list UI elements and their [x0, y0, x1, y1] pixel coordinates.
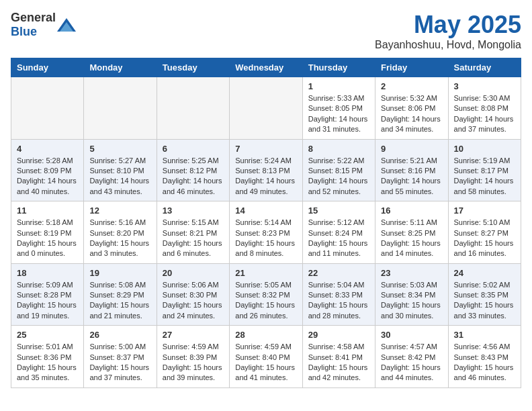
calendar-cell: 11Sunrise: 5:18 AMSunset: 8:19 PMDayligh…: [11, 201, 84, 264]
day-header-wednesday: Wednesday: [230, 58, 302, 77]
week-row-4: 18Sunrise: 5:09 AMSunset: 8:28 PMDayligh…: [11, 263, 521, 326]
calendar-cell: 9Sunrise: 5:21 AMSunset: 8:16 PMDaylight…: [375, 139, 448, 201]
calendar-cell: 28Sunrise: 4:59 AMSunset: 8:40 PMDayligh…: [230, 326, 302, 388]
cell-content: Sunrise: 5:08 AMSunset: 8:29 PMDaylight:…: [89, 280, 150, 322]
calendar-cell: [11, 77, 84, 140]
day-number: 29: [308, 330, 369, 340]
day-header-sunday: Sunday: [11, 58, 84, 77]
cell-content: Sunrise: 4:58 AMSunset: 8:41 PMDaylight:…: [308, 342, 369, 383]
calendar-cell: 25Sunrise: 5:01 AMSunset: 8:36 PMDayligh…: [11, 326, 84, 388]
logo-blue-text: Blue: [11, 25, 37, 38]
day-number: 25: [17, 330, 78, 340]
cell-content: Sunrise: 5:25 AMSunset: 8:12 PMDaylight:…: [163, 156, 224, 197]
calendar-cell: 23Sunrise: 5:03 AMSunset: 8:34 PMDayligh…: [375, 263, 448, 326]
calendar-cell: 7Sunrise: 5:24 AMSunset: 8:13 PMDaylight…: [230, 139, 302, 201]
day-number: 17: [454, 205, 515, 216]
cell-content: Sunrise: 5:02 AMSunset: 8:35 PMDaylight:…: [454, 280, 515, 322]
cell-content: Sunrise: 5:04 AMSunset: 8:33 PMDaylight:…: [308, 280, 369, 322]
day-number: 15: [308, 205, 369, 216]
cell-content: Sunrise: 5:03 AMSunset: 8:34 PMDaylight:…: [381, 280, 442, 322]
cell-content: Sunrise: 5:33 AMSunset: 8:05 PMDaylight:…: [308, 93, 369, 135]
day-number: 1: [308, 81, 369, 91]
day-number: 14: [235, 205, 296, 216]
cell-content: Sunrise: 5:30 AMSunset: 8:08 PMDaylight:…: [454, 93, 515, 135]
calendar-cell: 21Sunrise: 5:05 AMSunset: 8:32 PMDayligh…: [230, 263, 302, 326]
calendar-cell: [157, 77, 229, 140]
calendar-cell: 30Sunrise: 4:57 AMSunset: 8:42 PMDayligh…: [375, 326, 448, 388]
day-header-tuesday: Tuesday: [157, 58, 229, 77]
cell-content: Sunrise: 5:09 AMSunset: 8:28 PMDaylight:…: [17, 280, 78, 322]
cell-content: Sunrise: 5:28 AMSunset: 8:09 PMDaylight:…: [17, 156, 78, 197]
calendar-cell: 10Sunrise: 5:19 AMSunset: 8:17 PMDayligh…: [448, 139, 521, 201]
day-number: 6: [163, 144, 224, 154]
cell-content: Sunrise: 5:14 AMSunset: 8:23 PMDaylight:…: [235, 218, 296, 259]
logo: General Blue: [11, 11, 76, 39]
cell-content: Sunrise: 5:24 AMSunset: 8:13 PMDaylight:…: [235, 156, 296, 197]
day-number: 28: [235, 330, 296, 340]
cell-content: Sunrise: 4:59 AMSunset: 8:39 PMDaylight:…: [163, 342, 224, 383]
day-header-thursday: Thursday: [302, 58, 375, 77]
day-number: 26: [89, 330, 150, 340]
calendar-cell: [84, 77, 157, 140]
day-number: 10: [454, 144, 515, 154]
day-number: 8: [308, 144, 369, 154]
cell-content: Sunrise: 5:05 AMSunset: 8:32 PMDaylight:…: [235, 280, 296, 322]
calendar-cell: 31Sunrise: 4:56 AMSunset: 8:43 PMDayligh…: [448, 326, 521, 388]
calendar-cell: 18Sunrise: 5:09 AMSunset: 8:28 PMDayligh…: [11, 263, 84, 326]
week-row-2: 4Sunrise: 5:28 AMSunset: 8:09 PMDaylight…: [11, 139, 521, 201]
cell-content: Sunrise: 5:12 AMSunset: 8:24 PMDaylight:…: [308, 218, 369, 259]
cell-content: Sunrise: 5:11 AMSunset: 8:25 PMDaylight:…: [381, 218, 442, 259]
calendar-cell: 16Sunrise: 5:11 AMSunset: 8:25 PMDayligh…: [375, 201, 448, 264]
calendar-cell: 27Sunrise: 4:59 AMSunset: 8:39 PMDayligh…: [157, 326, 229, 388]
day-number: 20: [163, 268, 224, 278]
calendar-cell: 5Sunrise: 5:27 AMSunset: 8:10 PMDaylight…: [84, 139, 157, 201]
day-number: 12: [89, 205, 150, 216]
week-row-5: 25Sunrise: 5:01 AMSunset: 8:36 PMDayligh…: [11, 326, 521, 388]
calendar-cell: 22Sunrise: 5:04 AMSunset: 8:33 PMDayligh…: [302, 263, 375, 326]
cell-content: Sunrise: 5:10 AMSunset: 8:27 PMDaylight:…: [454, 218, 515, 259]
day-number: 13: [163, 205, 224, 216]
week-row-1: 1Sunrise: 5:33 AMSunset: 8:05 PMDaylight…: [11, 77, 521, 140]
day-number: 16: [381, 205, 442, 216]
day-number: 30: [381, 330, 442, 340]
day-number: 9: [381, 144, 442, 154]
day-number: 31: [454, 330, 515, 340]
calendar-cell: 14Sunrise: 5:14 AMSunset: 8:23 PMDayligh…: [230, 201, 302, 264]
calendar-cell: 29Sunrise: 4:58 AMSunset: 8:41 PMDayligh…: [302, 326, 375, 388]
day-number: 23: [381, 268, 442, 278]
header-row: SundayMondayTuesdayWednesdayThursdayFrid…: [11, 58, 521, 77]
day-number: 27: [163, 330, 224, 340]
calendar-cell: 2Sunrise: 5:32 AMSunset: 8:06 PMDaylight…: [375, 77, 448, 140]
calendar-cell: 26Sunrise: 5:00 AMSunset: 8:37 PMDayligh…: [84, 326, 157, 388]
cell-content: Sunrise: 5:22 AMSunset: 8:15 PMDaylight:…: [308, 156, 369, 197]
calendar-cell: 19Sunrise: 5:08 AMSunset: 8:29 PMDayligh…: [84, 263, 157, 326]
cell-content: Sunrise: 5:21 AMSunset: 8:16 PMDaylight:…: [381, 156, 442, 197]
calendar-cell: 17Sunrise: 5:10 AMSunset: 8:27 PMDayligh…: [448, 201, 521, 264]
calendar-table: SundayMondayTuesdayWednesdayThursdayFrid…: [11, 58, 521, 388]
calendar-cell: 24Sunrise: 5:02 AMSunset: 8:35 PMDayligh…: [448, 263, 521, 326]
calendar-cell: 20Sunrise: 5:06 AMSunset: 8:30 PMDayligh…: [157, 263, 229, 326]
cell-content: Sunrise: 5:19 AMSunset: 8:17 PMDaylight:…: [454, 156, 515, 197]
day-number: 3: [454, 81, 515, 91]
cell-content: Sunrise: 5:32 AMSunset: 8:06 PMDaylight:…: [381, 93, 442, 135]
cell-content: Sunrise: 5:15 AMSunset: 8:21 PMDaylight:…: [163, 218, 224, 259]
day-number: 7: [235, 144, 296, 154]
day-number: 18: [17, 268, 78, 278]
cell-content: Sunrise: 5:27 AMSunset: 8:10 PMDaylight:…: [89, 156, 150, 197]
day-number: 11: [17, 205, 78, 216]
page-header: General Blue May 2025 Bayanhoshuu, Hovd,…: [11, 11, 521, 51]
logo-icon: [57, 15, 76, 34]
calendar-cell: 3Sunrise: 5:30 AMSunset: 8:08 PMDaylight…: [448, 77, 521, 140]
day-number: 24: [454, 268, 515, 278]
day-header-monday: Monday: [84, 58, 157, 77]
cell-content: Sunrise: 4:56 AMSunset: 8:43 PMDaylight:…: [454, 342, 515, 383]
cell-content: Sunrise: 5:00 AMSunset: 8:37 PMDaylight:…: [89, 342, 150, 383]
day-number: 19: [89, 268, 150, 278]
calendar-cell: 4Sunrise: 5:28 AMSunset: 8:09 PMDaylight…: [11, 139, 84, 201]
day-header-saturday: Saturday: [448, 58, 521, 77]
location-text: Bayanhoshuu, Hovd, Mongolia: [375, 39, 521, 51]
calendar-cell: 13Sunrise: 5:15 AMSunset: 8:21 PMDayligh…: [157, 201, 229, 264]
cell-content: Sunrise: 5:01 AMSunset: 8:36 PMDaylight:…: [17, 342, 78, 383]
week-row-3: 11Sunrise: 5:18 AMSunset: 8:19 PMDayligh…: [11, 201, 521, 264]
cell-content: Sunrise: 5:06 AMSunset: 8:30 PMDaylight:…: [163, 280, 224, 322]
